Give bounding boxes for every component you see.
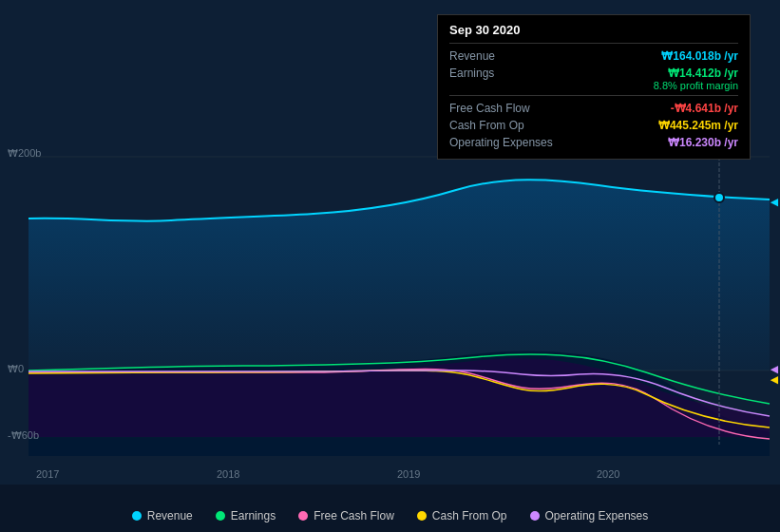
legend-item-opexp[interactable]: Operating Expenses (530, 509, 649, 522)
right-indicator-opexp: ◀ (770, 364, 778, 374)
legend-label-cashfromop: Cash From Op (432, 509, 507, 522)
chart-legend: Revenue Earnings Free Cash Flow Cash Fro… (0, 509, 780, 522)
legend-dot-revenue (132, 511, 142, 521)
tooltip-value-fcf: -₩4.641b /yr (671, 102, 738, 115)
tooltip-row-cashfromop: Cash From Op ₩445.245m /yr (449, 117, 738, 134)
tooltip-profit-margin: 8.8% profit margin (449, 80, 738, 91)
tooltip-label-fcf: Free Cash Flow (449, 102, 530, 115)
legend-dot-opexp (530, 511, 540, 521)
tooltip-value-cashfromop: ₩445.245m /yr (658, 119, 738, 132)
svg-point-5 (714, 193, 724, 202)
legend-item-fcf[interactable]: Free Cash Flow (298, 509, 394, 522)
tooltip-label-revenue: Revenue (449, 49, 495, 63)
legend-dot-cashfromop (417, 511, 427, 521)
tooltip-row-revenue: Revenue ₩164.018b /yr (449, 48, 738, 65)
legend-label-revenue: Revenue (147, 509, 193, 522)
legend-label-fcf: Free Cash Flow (314, 509, 394, 522)
tooltip-value-earnings: ₩14.412b /yr (668, 66, 738, 80)
tooltip-box: Sep 30 2020 Revenue ₩164.018b /yr Earnin… (437, 14, 751, 160)
tooltip-label-cashfromop: Cash From Op (449, 119, 524, 132)
tooltip-value-revenue: ₩164.018b /yr (661, 49, 738, 63)
tooltip-date: Sep 30 2020 (449, 23, 738, 37)
legend-label-earnings: Earnings (231, 509, 276, 522)
legend-dot-fcf (298, 511, 308, 521)
x-label-2020: 2020 (597, 468, 619, 480)
legend-item-cashfromop[interactable]: Cash From Op (417, 509, 507, 522)
x-label-2019: 2019 (397, 468, 420, 480)
legend-dot-earnings (216, 511, 225, 521)
tooltip-label-opexp: Operating Expenses (449, 136, 553, 149)
chart-container: ₩200b ₩0 -₩60b 2017 2018 2019 2020 ◀ ◀ ◀… (0, 0, 780, 532)
x-label-2017: 2017 (36, 468, 59, 480)
right-indicator-cashfromop: ◀ (770, 374, 778, 385)
legend-label-opexp: Operating Expenses (545, 509, 649, 522)
tooltip-value-opexp: ₩16.230b /yr (668, 136, 738, 149)
y-label-200b: ₩200b (8, 147, 41, 160)
tooltip-row-fcf: Free Cash Flow -₩4.641b /yr (449, 100, 738, 117)
right-indicator-revenue: ◀ (770, 197, 778, 207)
legend-item-earnings[interactable]: Earnings (216, 509, 276, 522)
y-label-0: ₩0 (8, 363, 24, 375)
legend-item-revenue[interactable]: Revenue (132, 509, 193, 522)
y-label-neg60b: -₩60b (8, 429, 39, 442)
x-label-2018: 2018 (217, 468, 239, 480)
tooltip-label-earnings: Earnings (449, 66, 494, 80)
tooltip-row-opexp: Operating Expenses ₩16.230b /yr (449, 134, 738, 151)
